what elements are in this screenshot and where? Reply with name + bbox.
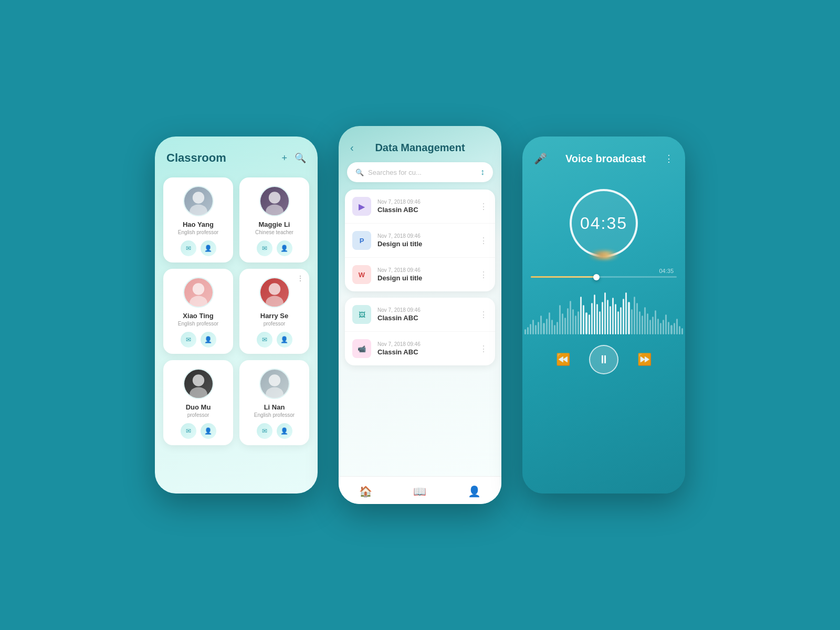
name-xiao-ting: Xiao Ting — [183, 312, 213, 320]
profile-nav-btn[interactable]: 👤 — [468, 485, 481, 498]
profile-btn-li-nan[interactable]: 👤 — [277, 423, 292, 439]
actions-harry-se: ✉ 👤 — [257, 332, 292, 348]
avatar-harry-se — [259, 277, 290, 308]
contacts-grid: Hao Yang English professor ✉ 👤 Maggie Li… — [155, 173, 318, 449]
timer-display: 04:35 — [580, 214, 627, 233]
actions-xiao-ting: ✉ 👤 — [181, 332, 216, 348]
avatar-duo-mu — [183, 369, 214, 399]
file-date-3: Nov 7, 2018 09:46 — [377, 267, 479, 273]
contact-card-maggie-li[interactable]: Maggie Li Chinese teacher ✉ 👤 — [239, 177, 309, 262]
file-name-classin-img: Classin ABC — [377, 314, 479, 322]
home-nav-btn[interactable]: 🏠 — [359, 485, 372, 498]
progress-fill — [531, 276, 596, 278]
add-button[interactable]: + — [281, 152, 287, 164]
classroom-header-actions: + 🔍 — [281, 152, 306, 164]
file-info-design-ppt: Nov 7, 2018 09:46 Design ui title — [377, 233, 479, 248]
more-options-icon[interactable]: ⋮ — [664, 153, 674, 164]
file-item-design-ppt[interactable]: P Nov 7, 2018 09:46 Design ui title ⋮ — [345, 224, 495, 258]
voice-broadcast-screen: 🎤 Voice broadcast ⋮ 04:35 04:35 ⏪ ⏸ ⏩ — [522, 136, 685, 494]
file-info-classin-img: Nov 7, 2018 09:46 Classin ABC — [377, 307, 479, 322]
data-management-title: Data Management — [375, 142, 465, 154]
file-group-1: ▶ Nov 7, 2018 09:46 Classin ABC ⋮ P Nov … — [345, 190, 495, 291]
contact-card-hao-yang[interactable]: Hao Yang English professor ✉ 👤 — [163, 177, 233, 262]
search-placeholder-text: Searches for cu... — [368, 169, 476, 176]
profile-btn-duo-mu[interactable]: 👤 — [201, 423, 216, 439]
file-name-classin-abc: Classin ABC — [377, 206, 479, 214]
file-info-design-word: Nov 7, 2018 09:46 Design ui title — [377, 267, 479, 282]
file-date-5: Nov 7, 2018 09:46 — [377, 341, 479, 347]
file-item-classin-abc[interactable]: ▶ Nov 7, 2018 09:46 Classin ABC ⋮ — [345, 190, 495, 224]
name-hao-yang: Hao Yang — [183, 220, 214, 228]
role-maggie-li: Chinese teacher — [255, 229, 293, 235]
search-button[interactable]: 🔍 — [295, 152, 306, 164]
actions-maggie-li: ✉ 👤 — [257, 240, 292, 256]
timer-ring: 04:35 — [570, 189, 638, 257]
message-btn-harry-se[interactable]: ✉ — [257, 332, 272, 348]
pause-button[interactable]: ⏸ — [589, 345, 618, 374]
name-li-nan: Li Nan — [264, 403, 285, 411]
contact-card-duo-mu[interactable]: Duo Mu professor ✉ 👤 — [163, 360, 233, 445]
file-menu-btn-2[interactable]: ⋮ — [479, 236, 488, 246]
file-name-design-ppt: Design ui title — [377, 240, 479, 248]
svg-point-8 — [192, 374, 204, 386]
role-duo-mu: professor — [187, 412, 209, 418]
profile-btn-hao-yang[interactable]: 👤 — [201, 240, 216, 256]
svg-point-10 — [268, 374, 280, 386]
mic-icon[interactable]: 🎤 — [534, 152, 547, 165]
contact-card-xiao-ting[interactable]: Xiao Ting English professor ✉ 👤 — [163, 269, 233, 354]
progress-thumb[interactable] — [593, 274, 600, 280]
role-li-nan: English professor — [254, 412, 295, 418]
playback-controls: ⏪ ⏸ ⏩ — [522, 345, 685, 385]
contact-card-li-nan[interactable]: Li Nan English professor ✉ 👤 — [239, 360, 309, 445]
back-button[interactable]: ‹ — [350, 142, 354, 154]
waveform-display — [522, 292, 685, 334]
avatar-hao-yang — [183, 186, 214, 216]
file-icon-ppt: P — [352, 231, 371, 250]
profile-btn-harry-se[interactable]: 👤 — [277, 332, 292, 348]
file-name-design-word: Design ui title — [377, 274, 479, 282]
message-btn-xiao-ting[interactable]: ✉ — [181, 332, 196, 348]
sort-icon[interactable]: ↕ — [480, 167, 485, 177]
file-date-2: Nov 7, 2018 09:46 — [377, 233, 479, 239]
file-menu-btn-5[interactable]: ⋮ — [479, 344, 488, 354]
classroom-title: Classroom — [166, 151, 226, 165]
contact-card-harry-se[interactable]: ⋮ Harry Se professor ✉ 👤 — [239, 269, 309, 354]
menu-dots-harry-se[interactable]: ⋮ — [297, 274, 304, 282]
name-maggie-li: Maggie Li — [259, 220, 290, 228]
file-icon-image: 🖼 — [352, 305, 371, 324]
timestamp-label: 04:35 — [522, 268, 685, 276]
name-duo-mu: Duo Mu — [186, 403, 211, 411]
bottom-nav: 🏠 📖 👤 — [339, 476, 501, 504]
role-xiao-ting: English professor — [178, 321, 218, 327]
file-icon-word: W — [352, 265, 371, 284]
file-date-1: Nov 7, 2018 09:46 — [377, 199, 479, 205]
message-btn-duo-mu[interactable]: ✉ — [181, 423, 196, 439]
avatar-maggie-li — [259, 186, 290, 216]
file-item-classin-video[interactable]: 📹 Nov 7, 2018 09:46 Classin ABC ⋮ — [345, 332, 495, 365]
voice-header: 🎤 Voice broadcast ⋮ — [522, 136, 685, 173]
avatar-xiao-ting — [183, 277, 214, 308]
search-bar[interactable]: 🔍 Searches for cu... ↕ — [347, 162, 493, 182]
profile-btn-xiao-ting[interactable]: 👤 — [201, 332, 216, 348]
file-icon-video2: 📹 — [352, 339, 371, 358]
message-btn-li-nan[interactable]: ✉ — [257, 423, 272, 439]
message-btn-maggie-li[interactable]: ✉ — [257, 240, 272, 256]
message-btn-hao-yang[interactable]: ✉ — [181, 240, 196, 256]
file-info-classin-video: Nov 7, 2018 09:46 Classin ABC — [377, 341, 479, 356]
progress-track[interactable] — [531, 276, 677, 278]
file-menu-btn-4[interactable]: ⋮ — [479, 310, 488, 320]
file-item-design-word[interactable]: W Nov 7, 2018 09:46 Design ui title ⋮ — [345, 258, 495, 291]
file-menu-btn-1[interactable]: ⋮ — [479, 202, 488, 212]
file-icon-video: ▶ — [352, 197, 371, 216]
svg-point-7 — [266, 296, 284, 308]
file-name-classin-video: Classin ABC — [377, 348, 479, 356]
book-nav-btn[interactable]: 📖 — [413, 485, 426, 498]
name-harry-se: Harry Se — [260, 312, 288, 320]
forward-button[interactable]: ⏩ — [637, 353, 652, 366]
rewind-button[interactable]: ⏪ — [556, 353, 570, 366]
file-menu-btn-3[interactable]: ⋮ — [479, 270, 488, 280]
file-item-classin-img[interactable]: 🖼 Nov 7, 2018 09:46 Classin ABC ⋮ — [345, 298, 495, 332]
avatar-li-nan — [259, 369, 290, 399]
profile-btn-maggie-li[interactable]: 👤 — [277, 240, 292, 256]
svg-point-6 — [268, 283, 280, 295]
